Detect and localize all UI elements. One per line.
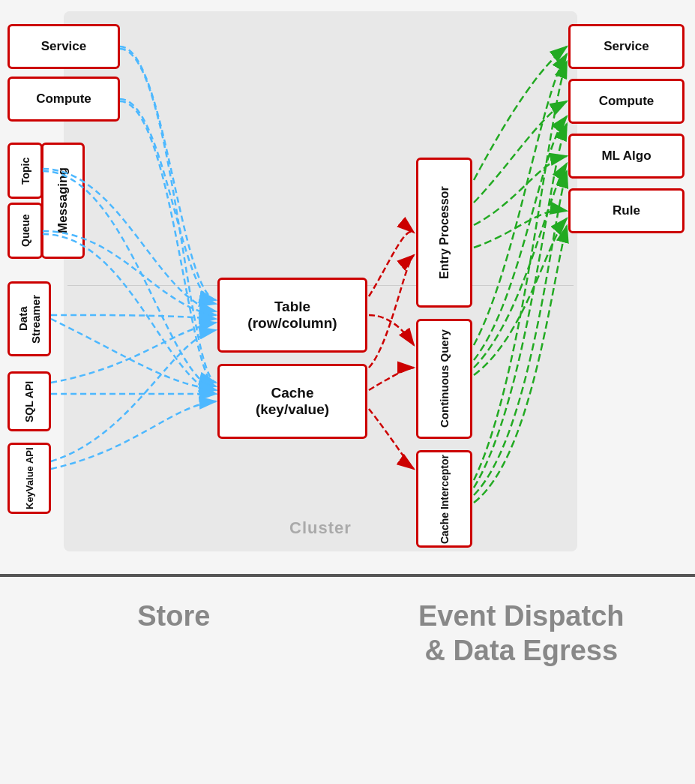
messaging-box: Messaging [41, 143, 85, 259]
cache-interceptor-box: Cache Interceptor [416, 450, 472, 548]
keyvalue-api-box: KeyValue API [7, 443, 51, 514]
continuous-query-box: Continuous Query [416, 319, 472, 439]
store-section: Store [0, 574, 348, 784]
egress-section: Event Dispatch& Data Egress [348, 574, 696, 784]
sql-api-box: SQL API [7, 371, 51, 431]
ml-algo-box: ML Algo [568, 134, 685, 179]
service-right-box: Service [568, 24, 685, 69]
main-container: Cluster Service Compute Messaging Topic … [0, 0, 695, 784]
bottom-section: Store Event Dispatch& Data Egress [0, 574, 695, 784]
service-left-box: Service [7, 24, 120, 69]
data-streamer-box: Data Streamer [7, 281, 51, 356]
store-label: Store [137, 599, 210, 634]
cache-box: Cache(key/value) [217, 364, 367, 439]
egress-label: Event Dispatch& Data Egress [418, 599, 625, 668]
rule-box: Rule [568, 188, 685, 233]
table-box: Table(row/column) [217, 278, 367, 353]
compute-left-box: Compute [7, 77, 120, 122]
entry-processor-box: Entry Processor [416, 158, 472, 308]
topic-box: Topic [7, 143, 43, 199]
compute-right-box: Compute [568, 79, 685, 124]
queue-box: Queue [7, 203, 43, 259]
cluster-label: Cluster [289, 518, 352, 538]
